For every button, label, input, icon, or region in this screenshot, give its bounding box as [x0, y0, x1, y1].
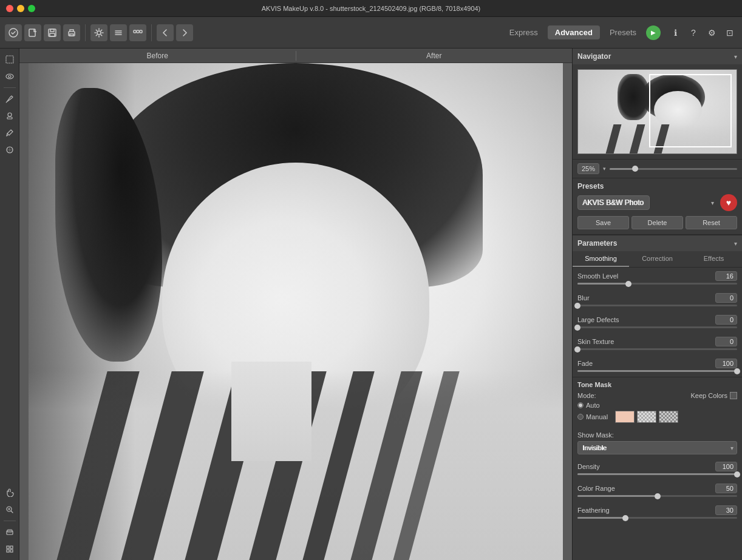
feathering-fill [577, 517, 625, 519]
new-icon[interactable] [24, 24, 41, 41]
nav-thumb-container[interactable] [577, 69, 737, 154]
fade-slider[interactable] [577, 370, 737, 372]
feathering-value[interactable]: 30 [715, 505, 737, 515]
blur-slider[interactable] [577, 305, 737, 306]
gear-icon[interactable]: ⚙ [704, 25, 719, 40]
tab-advanced[interactable]: Advanced [548, 25, 600, 39]
hand-tool[interactable] [2, 485, 17, 500]
left-shadow [29, 63, 135, 560]
dropper-tool[interactable] [2, 126, 17, 140]
close-button[interactable] [6, 5, 13, 12]
preset-dropdown[interactable]: AKVIS B&W Photo [577, 195, 650, 210]
navigator-thumbnail-area [573, 64, 742, 159]
settings2-icon[interactable] [110, 24, 127, 41]
stamp-tool[interactable] [2, 109, 17, 123]
blur-value[interactable]: 0 [715, 293, 737, 303]
settings1-icon[interactable] [90, 24, 107, 41]
skin-texture-thumb [574, 346, 580, 353]
plugin-icon[interactable]: ⊡ [723, 25, 737, 40]
manual-label: Manual [586, 413, 608, 420]
open-icon[interactable] [5, 24, 22, 41]
density-value[interactable]: 100 [715, 462, 737, 471]
large-defects-slider[interactable] [577, 326, 737, 328]
blur-row: Blur 0 [573, 289, 742, 311]
density-label: Density [577, 463, 600, 470]
help-icon[interactable]: ? [686, 25, 701, 40]
keep-colors-checkbox[interactable] [730, 392, 737, 399]
presets-title: Presets [577, 182, 737, 191]
traffic-lights [6, 5, 35, 12]
maximize-button[interactable] [28, 5, 35, 12]
svg-rect-20 [7, 546, 9, 548]
right-panel: Navigator ▾ [572, 49, 742, 560]
feathering-slider[interactable] [577, 517, 737, 519]
favorite-button[interactable]: ♥ [720, 194, 737, 211]
navigator-header[interactable]: Navigator ▾ [573, 49, 742, 64]
zoom-slider[interactable] [610, 168, 737, 170]
blur-label: Blur [577, 294, 590, 302]
brush-tool[interactable] [2, 92, 17, 106]
zoom-badge[interactable]: 25% [577, 163, 599, 174]
layers-tool[interactable] [2, 525, 17, 539]
tone-mask-mode-label: Mode: [577, 392, 596, 399]
skin-texture-value[interactable]: 0 [715, 337, 737, 346]
play-button[interactable]: ▶ [646, 25, 661, 40]
info-icon[interactable]: ℹ [668, 25, 682, 40]
parameters-header[interactable]: Parameters ▾ [573, 235, 742, 251]
color-range-fill [577, 495, 658, 497]
canvas-area[interactable]: Before After [19, 49, 572, 560]
tone-mask-mode-row: Mode: Keep Colors [577, 392, 737, 399]
blur-thumb [574, 303, 580, 309]
tab-effects[interactable]: Effects [686, 251, 742, 267]
skin-texture-slider[interactable] [577, 348, 737, 350]
svg-rect-11 [6, 56, 13, 63]
feathering-row: Feathering 30 [573, 502, 742, 524]
smooth-level-slider[interactable] [577, 283, 737, 285]
svg-rect-15 [7, 117, 12, 119]
svg-rect-3 [50, 29, 54, 32]
zoom-tool[interactable] [2, 502, 17, 517]
reset-button[interactable]: Reset [686, 216, 737, 229]
save-button[interactable]: Save [577, 216, 629, 229]
svg-rect-22 [7, 550, 9, 552]
show-mask-dropdown[interactable]: Invisible Red Overlay Black Overlay Whit… [577, 441, 737, 454]
tab-smoothing[interactable]: Smoothing [573, 251, 629, 267]
smooth-level-fill [577, 283, 628, 285]
skin-swatch[interactable] [615, 411, 635, 423]
svg-rect-21 [10, 546, 13, 548]
tone-mask-section: Tone Mask Mode: Keep Colors Auto [573, 377, 742, 429]
skin-texture-label: Skin Texture [577, 338, 614, 345]
color-range-value[interactable]: 50 [715, 484, 737, 493]
canvas-image-area[interactable] [19, 63, 572, 560]
smooth-level-value[interactable]: 16 [715, 271, 737, 281]
print-icon[interactable] [63, 24, 80, 41]
auto-radio[interactable] [577, 402, 584, 408]
eye-tool[interactable] [2, 69, 17, 84]
color-range-slider[interactable] [577, 495, 737, 497]
density-thumb [734, 471, 740, 477]
minimize-button[interactable] [17, 5, 24, 12]
dark-check-swatch[interactable] [659, 411, 678, 423]
toolbar-right-icons: ℹ ? ⚙ ⊡ [668, 25, 737, 40]
light-check-swatch[interactable] [637, 411, 656, 423]
tab-correction[interactable]: Correction [629, 251, 686, 267]
manual-radio[interactable] [577, 414, 584, 420]
keep-colors-label: Keep Colors [690, 392, 727, 399]
delete-button[interactable]: Delete [631, 216, 683, 229]
density-slider[interactable] [577, 473, 737, 475]
grid-tool[interactable] [2, 542, 17, 556]
large-defects-value[interactable]: 0 [715, 315, 737, 325]
fade-value[interactable]: 100 [715, 359, 737, 368]
paint-tool[interactable] [2, 143, 17, 157]
forward-icon[interactable] [176, 24, 193, 41]
canvas-labels: Before After [19, 49, 572, 63]
tab-presets[interactable]: Presets [602, 25, 644, 39]
svg-rect-9 [137, 30, 139, 33]
back-icon[interactable] [157, 24, 174, 41]
save-icon[interactable] [44, 24, 61, 41]
settings3-icon[interactable] [129, 24, 146, 41]
density-row: Density 100 [573, 458, 742, 480]
tab-express[interactable]: Express [502, 25, 545, 39]
svg-rect-4 [50, 33, 55, 36]
select-tool[interactable] [2, 52, 17, 67]
